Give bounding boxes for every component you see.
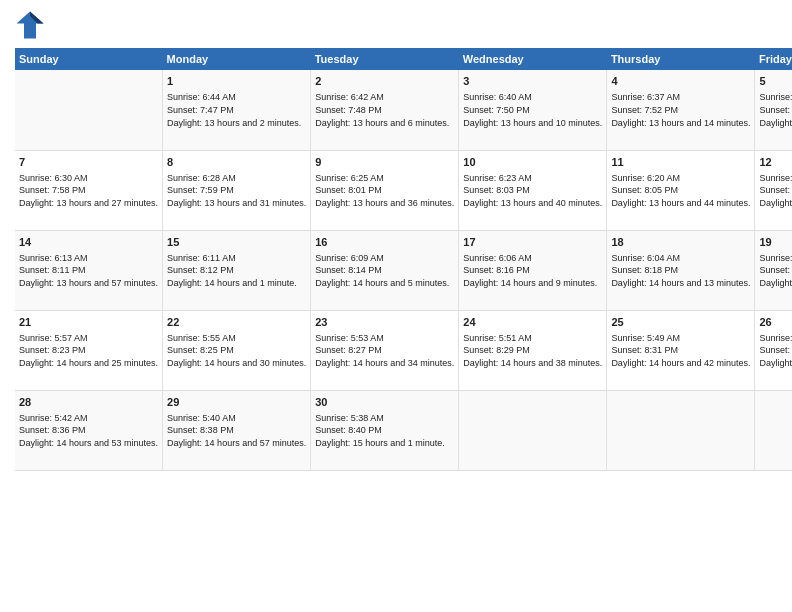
sunset-text: Sunset: 8:05 PM xyxy=(611,184,750,197)
sunrise-text: Sunrise: 6:04 AM xyxy=(611,252,750,265)
calendar-cell: 1Sunrise: 6:44 AMSunset: 7:47 PMDaylight… xyxy=(163,70,311,150)
weekday-header-monday: Monday xyxy=(163,48,311,70)
calendar-cell: 28Sunrise: 5:42 AMSunset: 8:36 PMDayligh… xyxy=(15,390,163,470)
week-row-2: 7Sunrise: 6:30 AMSunset: 7:58 PMDaylight… xyxy=(15,150,792,230)
sunrise-text: Sunrise: 6:09 AM xyxy=(315,252,454,265)
day-number: 24 xyxy=(463,315,602,330)
sunrise-text: Sunrise: 6:11 AM xyxy=(167,252,306,265)
calendar-table: SundayMondayTuesdayWednesdayThursdayFrid… xyxy=(15,48,792,471)
sunrise-text: Sunrise: 6:44 AM xyxy=(167,91,306,104)
daylight-text: Daylight: 14 hours and 34 minutes. xyxy=(315,357,454,370)
weekday-header-friday: Friday xyxy=(755,48,792,70)
calendar-cell xyxy=(755,390,792,470)
sunset-text: Sunset: 8:03 PM xyxy=(463,184,602,197)
sunset-text: Sunset: 8:36 PM xyxy=(19,424,158,437)
sunrise-text: Sunrise: 5:53 AM xyxy=(315,332,454,345)
calendar-cell: 30Sunrise: 5:38 AMSunset: 8:40 PMDayligh… xyxy=(311,390,459,470)
day-number: 11 xyxy=(611,155,750,170)
daylight-text: Daylight: 14 hours and 30 minutes. xyxy=(167,357,306,370)
sunrise-text: Sunrise: 6:18 AM xyxy=(759,172,792,185)
sunset-text: Sunset: 8:14 PM xyxy=(315,264,454,277)
calendar-cell: 15Sunrise: 6:11 AMSunset: 8:12 PMDayligh… xyxy=(163,230,311,310)
daylight-text: Daylight: 13 hours and 2 minutes. xyxy=(167,117,306,130)
day-number: 18 xyxy=(611,235,750,250)
daylight-text: Daylight: 14 hours and 5 minutes. xyxy=(315,277,454,290)
sunrise-text: Sunrise: 6:37 AM xyxy=(611,91,750,104)
sunrise-text: Sunrise: 5:51 AM xyxy=(463,332,602,345)
sunset-text: Sunset: 8:18 PM xyxy=(611,264,750,277)
daylight-text: Daylight: 13 hours and 6 minutes. xyxy=(315,117,454,130)
day-number: 9 xyxy=(315,155,454,170)
calendar-cell: 12Sunrise: 6:18 AMSunset: 8:07 PMDayligh… xyxy=(755,150,792,230)
day-number: 14 xyxy=(19,235,158,250)
daylight-text: Daylight: 13 hours and 19 minutes. xyxy=(759,117,792,130)
daylight-text: Daylight: 14 hours and 17 minutes. xyxy=(759,277,792,290)
sunset-text: Sunset: 8:38 PM xyxy=(167,424,306,437)
sunrise-text: Sunrise: 5:40 AM xyxy=(167,412,306,425)
week-row-5: 28Sunrise: 5:42 AMSunset: 8:36 PMDayligh… xyxy=(15,390,792,470)
day-number: 26 xyxy=(759,315,792,330)
day-number: 29 xyxy=(167,395,306,410)
daylight-text: Daylight: 13 hours and 36 minutes. xyxy=(315,197,454,210)
sunset-text: Sunset: 7:54 PM xyxy=(759,104,792,117)
calendar-cell: 26Sunrise: 5:46 AMSunset: 8:33 PMDayligh… xyxy=(755,310,792,390)
sunset-text: Sunset: 8:40 PM xyxy=(315,424,454,437)
day-number: 28 xyxy=(19,395,158,410)
daylight-text: Daylight: 15 hours and 1 minute. xyxy=(315,437,454,450)
sunset-text: Sunset: 7:47 PM xyxy=(167,104,306,117)
daylight-text: Daylight: 14 hours and 1 minute. xyxy=(167,277,306,290)
daylight-text: Daylight: 13 hours and 10 minutes. xyxy=(463,117,602,130)
calendar-cell: 16Sunrise: 6:09 AMSunset: 8:14 PMDayligh… xyxy=(311,230,459,310)
sunset-text: Sunset: 8:01 PM xyxy=(315,184,454,197)
day-number: 10 xyxy=(463,155,602,170)
sunset-text: Sunset: 8:25 PM xyxy=(167,344,306,357)
sunrise-text: Sunrise: 6:30 AM xyxy=(19,172,158,185)
day-number: 5 xyxy=(759,74,792,89)
weekday-header-tuesday: Tuesday xyxy=(311,48,459,70)
day-number: 30 xyxy=(315,395,454,410)
sunset-text: Sunset: 7:50 PM xyxy=(463,104,602,117)
page-container: SundayMondayTuesdayWednesdayThursdayFrid… xyxy=(0,0,792,481)
calendar-cell: 19Sunrise: 6:02 AMSunset: 8:20 PMDayligh… xyxy=(755,230,792,310)
day-number: 15 xyxy=(167,235,306,250)
calendar-cell xyxy=(459,390,607,470)
daylight-text: Daylight: 13 hours and 57 minutes. xyxy=(19,277,158,290)
calendar-cell xyxy=(15,70,163,150)
daylight-text: Daylight: 14 hours and 38 minutes. xyxy=(463,357,602,370)
calendar-cell: 4Sunrise: 6:37 AMSunset: 7:52 PMDaylight… xyxy=(607,70,755,150)
week-row-1: 1Sunrise: 6:44 AMSunset: 7:47 PMDaylight… xyxy=(15,70,792,150)
day-number: 23 xyxy=(315,315,454,330)
sunrise-text: Sunrise: 6:40 AM xyxy=(463,91,602,104)
sunrise-text: Sunrise: 5:57 AM xyxy=(19,332,158,345)
day-number: 19 xyxy=(759,235,792,250)
sunrise-text: Sunrise: 5:49 AM xyxy=(611,332,750,345)
day-number: 4 xyxy=(611,74,750,89)
sunset-text: Sunset: 8:16 PM xyxy=(463,264,602,277)
daylight-text: Daylight: 13 hours and 31 minutes. xyxy=(167,197,306,210)
day-number: 25 xyxy=(611,315,750,330)
calendar-cell: 2Sunrise: 6:42 AMSunset: 7:48 PMDaylight… xyxy=(311,70,459,150)
day-number: 17 xyxy=(463,235,602,250)
sunset-text: Sunset: 8:07 PM xyxy=(759,184,792,197)
weekday-header-thursday: Thursday xyxy=(607,48,755,70)
sunset-text: Sunset: 8:23 PM xyxy=(19,344,158,357)
calendar-cell: 25Sunrise: 5:49 AMSunset: 8:31 PMDayligh… xyxy=(607,310,755,390)
sunrise-text: Sunrise: 5:42 AM xyxy=(19,412,158,425)
week-row-3: 14Sunrise: 6:13 AMSunset: 8:11 PMDayligh… xyxy=(15,230,792,310)
sunset-text: Sunset: 8:31 PM xyxy=(611,344,750,357)
logo xyxy=(15,10,47,40)
day-number: 3 xyxy=(463,74,602,89)
weekday-header-row: SundayMondayTuesdayWednesdayThursdayFrid… xyxy=(15,48,792,70)
week-row-4: 21Sunrise: 5:57 AMSunset: 8:23 PMDayligh… xyxy=(15,310,792,390)
sunrise-text: Sunrise: 6:13 AM xyxy=(19,252,158,265)
calendar-cell: 8Sunrise: 6:28 AMSunset: 7:59 PMDaylight… xyxy=(163,150,311,230)
calendar-cell: 14Sunrise: 6:13 AMSunset: 8:11 PMDayligh… xyxy=(15,230,163,310)
day-number: 2 xyxy=(315,74,454,89)
day-number: 12 xyxy=(759,155,792,170)
sunrise-text: Sunrise: 6:35 AM xyxy=(759,91,792,104)
calendar-cell: 11Sunrise: 6:20 AMSunset: 8:05 PMDayligh… xyxy=(607,150,755,230)
sunrise-text: Sunrise: 5:55 AM xyxy=(167,332,306,345)
sunrise-text: Sunrise: 6:42 AM xyxy=(315,91,454,104)
sunset-text: Sunset: 7:48 PM xyxy=(315,104,454,117)
day-number: 16 xyxy=(315,235,454,250)
